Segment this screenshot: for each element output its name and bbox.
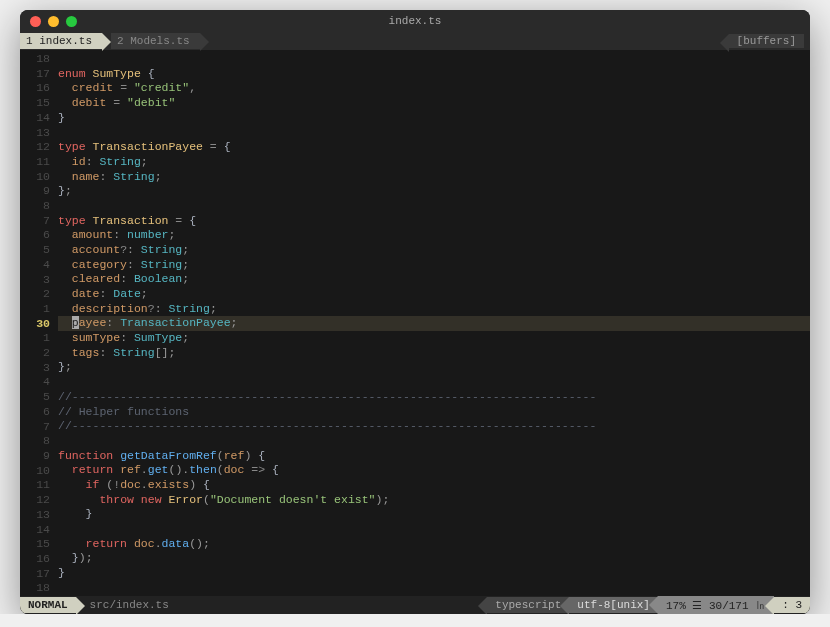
status-right: typescript utf-8[unix] 17% ☰ 30/171 ㏑ : … [487,596,810,614]
code-line[interactable]: }; [58,360,810,375]
tab-models-ts[interactable]: 2 Models.ts [111,33,200,49]
file-path: src/index.ts [76,599,169,611]
percent-segment: 17% ☰ 30/171 ㏑ [658,596,774,615]
code-line[interactable]: //--------------------------------------… [58,390,810,405]
encoding-segment: utf-8[unix] [569,597,658,613]
code-line[interactable]: id: String; [58,155,810,170]
tabline: 1 index.ts 2 Models.ts [buffers] [20,32,810,50]
code-line[interactable]: type Transaction = { [58,214,810,229]
code-line[interactable]: // Helper functions [58,405,810,420]
code-line[interactable]: } [58,566,810,581]
code-line[interactable]: function getDataFromRef(ref) { [58,449,810,464]
code-content[interactable]: enum SumType { credit = "credit", debit … [58,50,810,596]
titlebar: index.ts [20,10,810,32]
code-line[interactable]: type TransactionPayee = { [58,140,810,155]
code-line[interactable]: credit = "credit", [58,81,810,96]
code-line[interactable]: } [58,507,810,522]
code-line[interactable] [58,434,810,449]
code-line[interactable] [58,125,810,140]
statusline: NORMAL src/index.ts typescript utf-8[uni… [20,596,810,614]
buffers-indicator[interactable]: [buffers] [729,34,804,48]
code-line[interactable]: sumType: SumType; [58,331,810,346]
code-line[interactable]: date: Date; [58,287,810,302]
code-line[interactable]: }); [58,551,810,566]
code-line[interactable]: category: String; [58,258,810,273]
code-line[interactable]: enum SumType { [58,67,810,82]
code-line[interactable]: if (!doc.exists) { [58,478,810,493]
code-line[interactable]: tags: String[]; [58,346,810,361]
code-line[interactable] [58,375,810,390]
code-line[interactable]: account?: String; [58,243,810,258]
code-line[interactable] [58,52,810,67]
filetype-segment: typescript [487,597,569,613]
code-line[interactable]: name: String; [58,170,810,185]
code-line[interactable] [58,522,810,537]
code-line[interactable]: debit = "debit" [58,96,810,111]
code-line[interactable]: cleared: Boolean; [58,272,810,287]
editor-area[interactable]: 1817161514131211109876543213012345678910… [20,50,810,596]
code-line[interactable]: }; [58,184,810,199]
code-line[interactable] [58,199,810,214]
code-line[interactable] [58,581,810,596]
code-line[interactable]: } [58,111,810,126]
code-line[interactable]: payee: TransactionPayee; [58,316,810,331]
column-segment: : 3 [774,597,810,613]
code-line[interactable]: throw new Error("Document doesn't exist"… [58,493,810,508]
code-line[interactable]: description?: String; [58,302,810,317]
line-number-gutter: 1817161514131211109876543213012345678910… [20,50,58,596]
code-line[interactable]: amount: number; [58,228,810,243]
code-line[interactable]: return doc.data(); [58,537,810,552]
window-title: index.ts [20,15,810,27]
tab-index-ts[interactable]: 1 index.ts [20,33,102,49]
code-line[interactable]: //--------------------------------------… [58,419,810,434]
editor-window: index.ts 1 index.ts 2 Models.ts [buffers… [20,10,810,614]
vim-mode: NORMAL [20,597,76,613]
code-line[interactable]: return ref.get().then(doc => { [58,463,810,478]
